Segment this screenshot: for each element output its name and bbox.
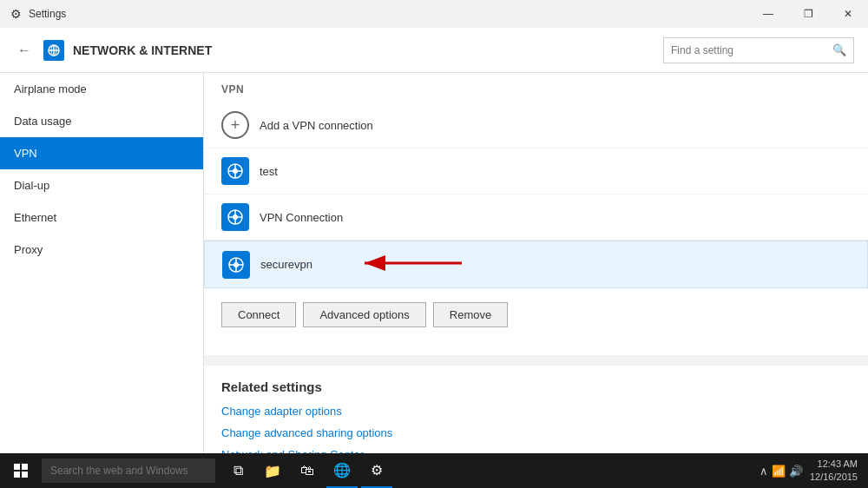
network-icon: [43, 40, 64, 61]
settings-icon: ⚙: [10, 7, 22, 21]
file-explorer-icon[interactable]: 📁: [257, 453, 288, 488]
vpn-icon-vpnconn: [221, 203, 249, 231]
add-vpn-button[interactable]: + Add a VPN connection: [204, 102, 868, 148]
sidebar-item-proxy[interactable]: Proxy: [0, 234, 203, 266]
start-button[interactable]: [3, 453, 38, 488]
sidebar-item-ethernet[interactable]: Ethernet: [0, 201, 203, 234]
store-icon[interactable]: 🛍: [292, 453, 323, 488]
sidebar-item-datausage[interactable]: Data usage: [0, 105, 203, 137]
change-adapter-link[interactable]: Change adapter options: [221, 405, 851, 418]
settings-icon[interactable]: ⚙: [361, 453, 392, 488]
minimize-button[interactable]: —: [748, 0, 788, 28]
header-title: NETWORK & INTERNET: [73, 43, 212, 57]
sidebar-item-vpn[interactable]: VPN: [0, 137, 203, 169]
vpn-name-securevpn: securevpn: [260, 258, 312, 271]
taskbar: ⧉ 📁 🛍 🌐 ⚙ ∧ 📶 🔊 12:43 AM 12/16/2015: [0, 453, 868, 488]
arrow-annotation-securevpn: [358, 250, 470, 279]
maximize-button[interactable]: ❐: [788, 0, 828, 28]
clock-date: 12/16/2015: [810, 471, 858, 484]
edge-icon[interactable]: 🌐: [326, 453, 358, 488]
title-bar-left: ⚙ Settings: [10, 7, 66, 21]
svg-rect-26: [14, 464, 20, 470]
taskbar-pinned-icons: ⧉ 📁 🛍 🌐 ⚙: [222, 453, 392, 488]
related-settings-section: Related settings Change adapter options …: [204, 366, 868, 453]
close-button[interactable]: ✕: [828, 0, 868, 28]
connect-button[interactable]: Connect: [221, 302, 296, 327]
svg-rect-28: [14, 472, 20, 478]
title-bar-title: Settings: [29, 8, 66, 20]
app-header: ← NETWORK & INTERNET 🔍: [0, 28, 868, 73]
title-bar: ⚙ Settings — ❐ ✕: [0, 0, 868, 28]
network-tray-icon[interactable]: 📶: [772, 465, 786, 478]
search-icon: 🔍: [832, 43, 846, 56]
vpn-name-vpnconn: VPN Connection: [260, 211, 343, 224]
content-area: VPN + Add a VPN connection: [204, 73, 868, 453]
vpn-section-title: VPN: [204, 73, 868, 102]
task-view-button[interactable]: ⧉: [222, 453, 253, 488]
advanced-options-button[interactable]: Advanced options: [303, 302, 425, 327]
sidebar-item-label: VPN: [14, 147, 37, 160]
tray-chevron[interactable]: ∧: [760, 465, 768, 478]
vpn-icon-securevpn: [222, 251, 250, 279]
sidebar-item-label: Ethernet: [14, 211, 56, 224]
sidebar-item-label: Data usage: [14, 115, 72, 128]
sidebar-item-label: Airplane mode: [14, 82, 87, 96]
sidebar: Airplane mode Data usage VPN Dial-up Eth…: [0, 73, 204, 453]
vpn-icon-test: [221, 157, 249, 185]
taskbar-search-input[interactable]: [42, 458, 215, 483]
title-bar-controls: — ❐ ✕: [748, 0, 868, 28]
header-left: ← NETWORK & INTERNET: [14, 39, 212, 62]
svg-rect-29: [22, 472, 28, 478]
back-button[interactable]: ←: [14, 39, 35, 62]
svg-point-5: [233, 168, 238, 174]
vpn-item-vpnconn[interactable]: VPN Connection: [204, 195, 868, 241]
volume-icon[interactable]: 🔊: [789, 465, 803, 478]
vpn-action-buttons: Connect Advanced options Remove: [204, 292, 868, 338]
related-settings-title: Related settings: [221, 379, 851, 394]
clock-time: 12:43 AM: [810, 458, 858, 471]
sidebar-item-airplane[interactable]: Airplane mode: [0, 73, 203, 105]
change-sharing-link[interactable]: Change advanced sharing options: [221, 426, 851, 439]
search-input[interactable]: [671, 44, 832, 56]
add-icon: +: [221, 111, 249, 139]
vpn-item-securevpn[interactable]: securevpn: [204, 241, 868, 288]
taskbar-right: ∧ 📶 🔊 12:43 AM 12/16/2015: [760, 458, 865, 485]
sidebar-item-dialup[interactable]: Dial-up: [0, 169, 203, 201]
search-box[interactable]: 🔍: [663, 37, 854, 63]
svg-point-11: [233, 214, 238, 220]
svg-rect-27: [22, 464, 28, 470]
vpn-item-test[interactable]: test: [204, 148, 868, 195]
system-tray: ∧ 📶 🔊: [760, 465, 803, 478]
sidebar-item-label: Proxy: [14, 243, 43, 256]
sidebar-item-label: Dial-up: [14, 179, 49, 192]
taskbar-clock[interactable]: 12:43 AM 12/16/2015: [810, 458, 858, 485]
vpn-name-test: test: [260, 165, 278, 178]
remove-button[interactable]: Remove: [433, 302, 508, 327]
main-layout: Airplane mode Data usage VPN Dial-up Eth…: [0, 73, 868, 453]
svg-point-17: [233, 262, 239, 267]
add-vpn-label: Add a VPN connection: [260, 119, 373, 132]
vpn-section: VPN + Add a VPN connection: [204, 73, 868, 355]
